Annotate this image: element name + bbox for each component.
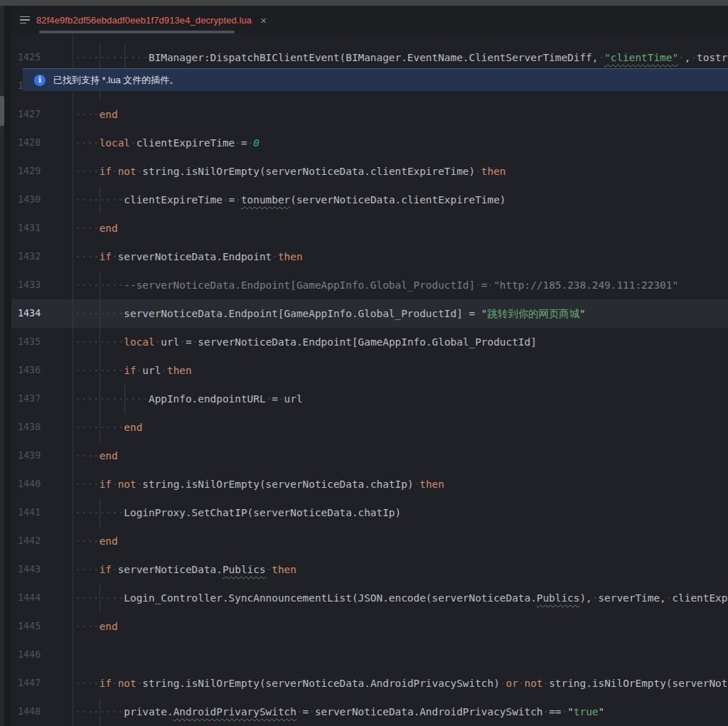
code-token: = (481, 279, 488, 291)
code-token: serverNoticeData.Endpoint (118, 251, 272, 262)
whitespace-dots: · (414, 479, 420, 490)
code-token: if (100, 166, 112, 177)
code-line[interactable]: 1434········serverNoticeData.Endpoint[Ga… (11, 299, 728, 328)
whitespace-dots: · (179, 336, 186, 348)
code-text: ····end (75, 442, 118, 470)
code-token: = (469, 308, 476, 319)
code-line[interactable]: 1438········end (11, 413, 728, 442)
whitespace-dots: · (266, 393, 272, 405)
whitespace-dots: ···· (75, 621, 100, 632)
line-number: 1428 (18, 129, 41, 157)
whitespace-dots: · (296, 706, 303, 717)
whitespace-dots: · (690, 52, 697, 63)
code-token: " (567, 706, 574, 717)
code-line[interactable]: 1440····if·not·string.isNilOrEmpty(serve… (11, 470, 728, 498)
code-token: serverNoticeData.AndroidPrivacySwitch (315, 706, 543, 717)
editor-tab-bar: 82f4e9fb2df56ebdadf0eeb1f7d913e4_decrypt… (11, 6, 728, 34)
code-line[interactable]: 1445····end (11, 612, 728, 641)
code-token: = (186, 336, 192, 348)
banner-message: 已找到支持 *.lua 文件的插件。 (53, 74, 178, 87)
code-token: local (124, 336, 154, 348)
code-line[interactable]: 1429····if·not·string.isNilOrEmpty(serve… (11, 157, 728, 186)
code-line[interactable]: 1435········local·url·=·serverNoticeData… (11, 328, 728, 356)
code-token: --serverNoticeData.Endpoint[GameAppInfo.… (124, 279, 475, 291)
code-text: ····end (75, 612, 118, 641)
code-line[interactable]: 1441········LoginProxy.SetChatIP(serverN… (11, 498, 728, 527)
whitespace-dots: · (500, 678, 506, 689)
line-number: 1442 (18, 527, 41, 555)
code-line[interactable]: 1433········--serverNoticeData.Endpoint[… (11, 271, 728, 299)
whitespace-dots: ···· (75, 166, 100, 177)
code-token: not (118, 166, 136, 177)
code-line[interactable]: 1428····local·clientExpireTime·=·0 (11, 129, 728, 157)
code-token: "http://185.238.249.111:22301" (493, 279, 678, 291)
code-token: " (579, 308, 586, 319)
code-line[interactable]: 1430········clientExpireTime·=·tonumber(… (11, 186, 728, 214)
whitespace-dots: ···· (75, 109, 100, 120)
code-token: BIManager:DispatchBIClientEvent(BIManage… (149, 52, 598, 63)
whitespace-dots: · (112, 479, 118, 490)
code-line[interactable]: 1443····if·serverNoticeData.Publics·then (11, 555, 728, 584)
code-token: string.isNilOrEmpty(serverNoticeData.iOS… (549, 678, 728, 689)
code-line[interactable]: 1447····if·not·string.isNilOrEmpty(serve… (11, 669, 728, 698)
code-token: = (241, 137, 247, 149)
code-token: AppInfo.endpointURL (149, 393, 266, 405)
code-text: ········if·url·then (75, 356, 192, 385)
code-editor[interactable]: 1425············BIManager:DispatchBIClie… (11, 43, 728, 726)
code-token: 跳转到你的网页商城 (488, 308, 580, 319)
code-token: url (161, 336, 179, 348)
code-line[interactable]: 1448········private.AndroidPrivarySwitch… (11, 698, 728, 726)
code-line[interactable]: 1444········Login_Controller.SyncAnnounc… (11, 584, 728, 612)
editor-pane[interactable]: 1425············BIManager:DispatchBIClie… (11, 34, 728, 726)
code-line[interactable]: 1446 (11, 641, 728, 669)
code-text: ········--serverNoticeData.Endpoint[Game… (75, 271, 678, 299)
code-token: if (100, 251, 112, 262)
code-token: or (506, 678, 518, 689)
whitespace-dots: · (155, 336, 161, 348)
tab-scrollbar-thumb[interactable] (39, 31, 235, 33)
code-line[interactable]: 1442····end (11, 527, 728, 555)
whitespace-dots: · (598, 52, 604, 63)
whitespace-dots: · (266, 564, 272, 575)
code-token: if (100, 564, 112, 575)
code-text: ····end (75, 214, 118, 242)
code-line[interactable]: 1436········if·url·then (11, 356, 728, 385)
whitespace-dots: · (678, 52, 685, 63)
line-number: 1444 (18, 584, 41, 612)
whitespace-dots: ········ (75, 365, 124, 376)
code-line[interactable]: 1427····end (11, 100, 728, 129)
line-number: 1439 (18, 442, 41, 470)
left-scrollbar-thumb[interactable] (0, 96, 4, 126)
whitespace-dots: · (488, 279, 494, 291)
code-token: true (574, 706, 599, 717)
whitespace-dots: · (475, 279, 481, 291)
code-text: ········end (75, 413, 142, 442)
code-token: Login_Controller.SyncAnnouncementList(JS… (124, 592, 536, 604)
whitespace-dots: ···· (75, 564, 100, 575)
code-line[interactable]: 1425············BIManager:DispatchBIClie… (11, 43, 728, 72)
code-line[interactable]: 1437············AppInfo.endpointURL·=·ur… (11, 385, 728, 413)
whitespace-dots: · (130, 137, 136, 149)
whitespace-dots: · (562, 706, 568, 717)
code-line[interactable]: 1439····end (11, 442, 728, 470)
code-text: ········local·url·=·serverNoticeData.End… (75, 328, 537, 356)
whitespace-dots: · (112, 564, 118, 575)
file-tab[interactable]: 82f4e9fb2df56ebdadf0eeb1f7d913e4_decrypt… (11, 6, 274, 34)
whitespace-dots: · (475, 166, 481, 177)
line-number: 1436 (18, 356, 41, 385)
code-line[interactable]: 1432····if·serverNoticeData.Endpoint·the… (11, 242, 728, 271)
whitespace-dots: · (112, 678, 118, 689)
code-text: ····end (75, 527, 118, 555)
whitespace-dots: · (235, 137, 241, 149)
code-token: end (100, 621, 118, 632)
left-tool-stripe (0, 6, 11, 726)
code-token: " (599, 706, 605, 717)
code-text: ····if·not·string.isNilOrEmpty(serverNot… (75, 669, 728, 698)
code-token: LoginProxy.SetChatIP(serverNoticeData.ch… (124, 507, 401, 518)
code-line[interactable]: 1431····end (11, 214, 728, 242)
line-number: 1438 (18, 413, 41, 442)
tab-close-icon[interactable]: × (260, 15, 267, 26)
whitespace-dots: ········ (75, 308, 124, 319)
info-icon: i (34, 75, 46, 86)
window-titlebar (0, 0, 728, 6)
